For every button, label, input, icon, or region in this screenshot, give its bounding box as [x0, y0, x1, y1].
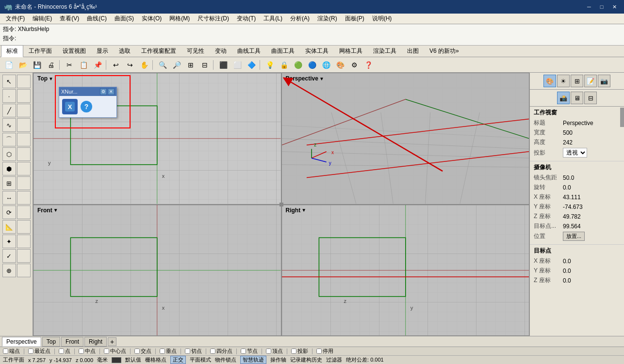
rp-color-ball-btn[interactable]: 🎨 — [543, 75, 556, 87]
xnurbs-panel[interactable]: XNur... ⚙ ✕ X ? — [59, 87, 117, 118]
view-icon2[interactable]: ⬜ — [230, 59, 244, 71]
toolbar-tab-[interactable]: 出图 — [402, 45, 424, 57]
select-tool2[interactable] — [17, 75, 31, 88]
close-button[interactable]: ✕ — [608, 2, 620, 12]
status-checkbox-4[interactable] — [104, 348, 109, 354]
render-tool[interactable]: ✦ — [2, 235, 16, 248]
xnurbs-help-button[interactable]: ? — [81, 101, 92, 112]
menu-item-O[interactable]: 实体(O) — [138, 14, 165, 24]
freeform-tool[interactable]: ⌒ — [2, 133, 16, 146]
maximize-button[interactable]: □ — [596, 2, 608, 12]
menu-item-E[interactable]: 编辑(E) — [29, 14, 56, 24]
status-checkbox-0[interactable] — [3, 348, 8, 354]
menu-item-F[interactable]: 文件(F) — [2, 14, 29, 24]
status-checkbox-11[interactable] — [291, 348, 296, 354]
menu-item-S[interactable]: 曲面(S) — [111, 14, 138, 24]
analyze-tool[interactable]: 📐 — [2, 220, 16, 234]
menu-item-P[interactable]: 面板(P) — [341, 14, 368, 24]
status-item-7[interactable]: 切点 — [185, 348, 202, 355]
rp-mesh-btn[interactable]: ⊞ — [571, 75, 583, 87]
status-checkbox-1[interactable] — [28, 348, 33, 354]
status-item-12[interactable]: 停用 — [316, 348, 333, 355]
menu-item-V[interactable]: 查看(V) — [56, 14, 83, 24]
menu-item-R[interactable]: 渲染(R) — [313, 14, 341, 24]
status-checkbox-5[interactable] — [134, 348, 140, 354]
viewport-perspective[interactable]: Perspective ▼ — [281, 73, 530, 205]
viewport-front[interactable]: Front ▼ z x — [33, 205, 281, 336]
title-bar-controls[interactable]: ─ □ ✕ — [583, 2, 620, 12]
status-checkbox-2[interactable] — [59, 348, 64, 354]
viewport-top[interactable]: Top ▼ y — [33, 73, 281, 205]
viewport-resize-handle[interactable] — [279, 203, 283, 206]
dim-tool2[interactable] — [17, 191, 31, 205]
rp-position-button[interactable]: 放置... — [563, 232, 585, 241]
status-item-4[interactable]: 中心点 — [104, 348, 126, 355]
curve-tool2[interactable] — [17, 118, 31, 132]
toolbar-tab-[interactable]: 工作视窗配置 — [136, 45, 181, 57]
xnurbs-main-icon[interactable]: X — [62, 99, 78, 114]
xnurbs-close-button[interactable]: ✕ — [108, 88, 115, 95]
snap-tool[interactable]: ⊕ — [2, 264, 16, 277]
status-checkbox-3[interactable] — [79, 348, 84, 354]
line-tool2[interactable] — [17, 104, 31, 117]
rp-camera-icon[interactable]: 📸 — [557, 92, 570, 104]
zoom-in-icon[interactable]: 🔍 — [156, 59, 169, 71]
open-icon[interactable]: 📂 — [16, 59, 30, 71]
vp-front-arrow[interactable]: ▼ — [53, 207, 58, 213]
xnurbs-titlebar-btns[interactable]: ⚙ ✕ — [100, 88, 115, 95]
menu-item-C[interactable]: 曲线(C) — [83, 14, 111, 24]
surface-tool[interactable]: ⬡ — [2, 147, 16, 161]
wire-icon[interactable]: 🔷 — [245, 59, 258, 71]
rp-sun-btn[interactable]: ☀ — [557, 75, 570, 87]
copy-icon[interactable]: 📋 — [77, 59, 90, 71]
toolbar-tab-[interactable]: 实体工具 — [300, 45, 334, 57]
zoom-window-icon[interactable]: ⊟ — [198, 59, 212, 71]
status-item-11[interactable]: 投影 — [291, 348, 308, 355]
color-icon[interactable]: 🟢 — [291, 59, 305, 71]
undo-icon[interactable]: ↩ — [109, 59, 123, 71]
toolbar-tab-[interactable]: 设置视图 — [57, 45, 91, 57]
transform-tool2[interactable] — [17, 206, 31, 219]
xnurbs-gear-button[interactable]: ⚙ — [100, 88, 107, 95]
save-icon[interactable]: 💾 — [30, 59, 44, 71]
check-tool2[interactable] — [17, 249, 31, 263]
status-item-6[interactable]: 垂点 — [160, 348, 177, 355]
mesh-tool[interactable]: ⊞ — [2, 176, 16, 190]
vp-tab-front[interactable]: Front — [61, 337, 83, 347]
curve-tool[interactable]: ∿ — [2, 118, 16, 132]
toolbar-tab-[interactable]: 可见性 — [181, 45, 210, 57]
status-checkbox-9[interactable] — [241, 348, 246, 354]
solid-tool[interactable]: ⬢ — [2, 162, 16, 175]
smart-track-mode[interactable]: 智慧轨迹 — [240, 356, 266, 364]
rp-camera2-btn[interactable]: 📷 — [598, 75, 610, 87]
status-item-5[interactable]: 交点 — [134, 348, 151, 355]
snap-tool2[interactable] — [17, 264, 31, 277]
vp-tab-add-button[interactable]: + — [108, 337, 116, 346]
render-icon[interactable]: 🎨 — [333, 59, 347, 71]
status-item-0[interactable]: 端点 — [3, 348, 20, 355]
status-checkbox-10[interactable] — [266, 348, 271, 354]
view3d-icon[interactable]: ⬛ — [216, 59, 230, 71]
status-checkbox-6[interactable] — [160, 348, 165, 354]
vp-tab-top[interactable]: Top — [42, 337, 60, 347]
toolbar-tab-[interactable]: 选取 — [114, 45, 136, 57]
mesh-tool2[interactable] — [17, 176, 31, 190]
point-tool[interactable]: · — [2, 89, 16, 103]
toolbar-tab-[interactable]: 曲线工具 — [232, 45, 266, 57]
surface-tool2[interactable] — [17, 147, 31, 161]
dim-tool[interactable]: ↔ — [2, 191, 16, 205]
rp-note-btn[interactable]: 📝 — [584, 75, 597, 87]
ortho-mode[interactable]: 正交 — [170, 356, 186, 364]
menu-item-M[interactable]: 网格(M) — [165, 14, 194, 24]
toolbar-tab-V[interactable]: V6 的新功» — [424, 45, 464, 57]
toolbar-tab-[interactable]: 曲面工具 — [266, 45, 300, 57]
status-item-3[interactable]: 中点 — [79, 348, 96, 355]
status-item-10[interactable]: 顶点 — [266, 348, 283, 355]
menu-item-D[interactable]: 尺寸标注(D) — [194, 14, 233, 24]
toolbar-tab-[interactable]: 网格工具 — [334, 45, 368, 57]
vp-tab-right[interactable]: Right — [84, 337, 107, 347]
rp-monitor-icon[interactable]: 🖥 — [571, 92, 583, 104]
menu-item-H[interactable]: 说明(H) — [368, 14, 396, 24]
status-item-1[interactable]: 最近点 — [28, 348, 50, 355]
status-checkbox-8[interactable] — [210, 348, 215, 354]
